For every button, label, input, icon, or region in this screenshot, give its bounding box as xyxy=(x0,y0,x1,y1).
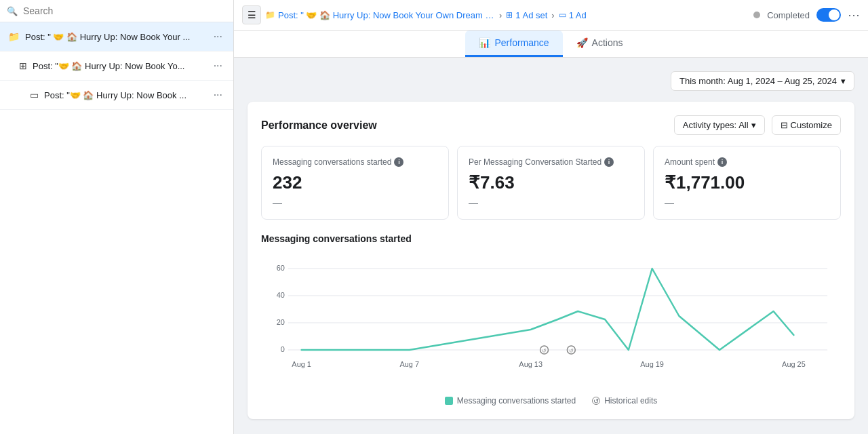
metric-value-amount-spent: ₹1,771.00 xyxy=(665,172,829,193)
info-icon-amount-spent: i xyxy=(717,157,727,167)
sidebar-toggle-button[interactable]: ☰ xyxy=(242,5,261,24)
chart-container: 60 40 20 0 Aug 1 Aug 7 Aug 13 Aug 19 Aug… xyxy=(261,255,841,391)
svg-text:Aug 19: Aug 19 xyxy=(640,360,664,368)
tab-label-performance: Performance xyxy=(494,37,549,48)
svg-text:Aug 25: Aug 25 xyxy=(782,360,806,368)
customize-button[interactable]: ⊟ Customize xyxy=(772,115,841,135)
legend-item-historical: ↺Historical edits xyxy=(592,396,657,406)
overview-card: Performance overview Activity types: All… xyxy=(248,102,854,419)
info-icon-conversations: i xyxy=(394,157,403,167)
overview-header: Performance overview Activity types: All… xyxy=(261,115,841,135)
svg-text:↺: ↺ xyxy=(542,348,547,354)
legend-item-main: Messaging conversations started xyxy=(445,396,576,406)
legend-dot-historical: ↺ xyxy=(592,397,600,405)
sidebar-item-more-0[interactable]: ··· xyxy=(211,29,225,44)
date-picker-label: This month: Aug 1, 2024 – Aug 25, 2024 xyxy=(679,76,837,86)
metric-value-per-conversation: ₹7.63 xyxy=(469,172,633,193)
metric-dash-conversations: — xyxy=(273,197,437,208)
sidebar-item-label-2: Post: "🤝 🏠 Hurry Up: Now Book ... xyxy=(44,90,205,100)
activity-types-label: Activity types: All xyxy=(683,120,749,130)
status-dot xyxy=(753,12,760,18)
metric-card-per-conversation: Per Messaging Conversation Started i₹7.6… xyxy=(457,146,645,220)
more-options-button[interactable]: ⋯ xyxy=(848,7,860,22)
toggle-knob xyxy=(829,9,840,20)
chart-svg: 60 40 20 0 Aug 1 Aug 7 Aug 13 Aug 19 Aug… xyxy=(261,255,841,377)
legend-label-historical: Historical edits xyxy=(604,396,657,406)
metric-card-amount-spent: Amount spent i₹1,771.00— xyxy=(653,146,841,220)
sidebar-item-icon-2: ▭ xyxy=(30,90,39,100)
search-input[interactable] xyxy=(23,5,226,16)
metric-label-conversations: Messaging conversations started i xyxy=(273,157,437,167)
content-area: This month: Aug 1, 2024 – Aug 25, 2024 ▾… xyxy=(234,58,868,434)
legend-dot-main xyxy=(445,397,453,405)
chart-title: Messaging conversations started xyxy=(261,233,841,244)
date-picker-button[interactable]: This month: Aug 1, 2024 – Aug 25, 2024 ▾ xyxy=(671,71,854,91)
breadcrumb-campaign[interactable]: 📁 Post: " 🤝 🏠 Hurry Up: Now Book Your Ow… xyxy=(265,10,495,20)
info-icon-per-conversation: i xyxy=(604,157,614,167)
chart-section: Messaging conversations started 60 40 20… xyxy=(261,233,841,406)
sidebar-item-more-1[interactable]: ··· xyxy=(211,58,225,73)
svg-text:0: 0 xyxy=(281,345,285,353)
metric-value-conversations: 232 xyxy=(273,172,437,193)
sidebar-item-item-3[interactable]: ▭Post: "🤝 🏠 Hurry Up: Now Book ...··· xyxy=(0,81,233,110)
metric-dash-amount-spent: — xyxy=(665,197,829,208)
breadcrumb-sep-2: › xyxy=(551,10,554,20)
metrics-row: Messaging conversations started i232—Per… xyxy=(261,146,841,220)
sidebar-item-label-0: Post: " 🤝 🏠 Hurry Up: Now Book Your ... xyxy=(25,32,205,42)
sidebar-item-label-1: Post: "🤝 🏠 Hurry Up: Now Book Yo... xyxy=(33,61,205,71)
breadcrumb: 📁 Post: " 🤝 🏠 Hurry Up: Now Book Your Ow… xyxy=(265,10,749,20)
ad-icon: ▭ xyxy=(559,10,566,20)
metric-card-conversations: Messaging conversations started i232— xyxy=(261,146,449,220)
status-toggle[interactable] xyxy=(816,8,841,22)
sidebar-item-icon-0: 📁 xyxy=(8,31,20,42)
main-panel: ☰ 📁 Post: " 🤝 🏠 Hurry Up: Now Book Your … xyxy=(234,0,868,434)
svg-text:60: 60 xyxy=(277,264,285,272)
topbar: ☰ 📁 Post: " 🤝 🏠 Hurry Up: Now Book Your … xyxy=(234,0,868,31)
tab-icon-performance: 📊 xyxy=(479,37,490,48)
svg-text:Aug 7: Aug 7 xyxy=(399,360,419,368)
sidebar-item-item-2[interactable]: ⊞Post: "🤝 🏠 Hurry Up: Now Book Yo...··· xyxy=(0,52,233,81)
search-bar: 🔍 xyxy=(0,0,233,22)
metric-dash-per-conversation: — xyxy=(469,197,633,208)
tab-actions[interactable]: 🚀Actions xyxy=(563,31,637,57)
metric-label-amount-spent: Amount spent i xyxy=(665,157,829,167)
breadcrumb-sep-1: › xyxy=(499,10,502,20)
customize-label: Customize xyxy=(791,120,832,130)
tab-icon-actions: 🚀 xyxy=(576,37,588,48)
nav-tabs: 📊Performance🚀Actions xyxy=(234,31,868,58)
svg-text:20: 20 xyxy=(277,318,285,326)
status-label: Completed xyxy=(767,10,810,20)
sidebar: 🔍 📁Post: " 🤝 🏠 Hurry Up: Now Book Your .… xyxy=(0,0,234,434)
campaign-icon: 📁 xyxy=(265,10,275,20)
customize-icon: ⊟ xyxy=(781,120,788,130)
svg-text:Aug 13: Aug 13 xyxy=(519,360,542,368)
tab-label-actions: Actions xyxy=(592,37,623,48)
svg-text:Aug 1: Aug 1 xyxy=(292,360,311,368)
chart-legend: Messaging conversations started↺Historic… xyxy=(261,396,841,406)
date-row: This month: Aug 1, 2024 – Aug 25, 2024 ▾ xyxy=(248,71,854,91)
overview-title: Performance overview xyxy=(261,119,377,132)
legend-label-main: Messaging conversations started xyxy=(457,396,576,406)
sidebar-item-more-2[interactable]: ··· xyxy=(211,87,225,102)
breadcrumb-ad[interactable]: ▭ 1 Ad xyxy=(559,10,587,20)
topbar-right: Completed ⋯ xyxy=(753,7,860,22)
breadcrumb-adset[interactable]: ⊞ 1 Ad set xyxy=(506,10,547,20)
sidebar-item-item-1[interactable]: 📁Post: " 🤝 🏠 Hurry Up: Now Book Your ...… xyxy=(0,22,233,52)
adset-icon: ⊞ xyxy=(506,10,513,20)
chevron-down-icon: ▾ xyxy=(751,120,756,130)
svg-text:40: 40 xyxy=(277,291,285,299)
chevron-down-icon: ▾ xyxy=(841,76,846,86)
sidebar-items: 📁Post: " 🤝 🏠 Hurry Up: Now Book Your ...… xyxy=(0,22,233,434)
overview-controls: Activity types: All ▾ ⊟ Customize xyxy=(674,115,841,135)
sidebar-item-icon-1: ⊞ xyxy=(19,60,27,71)
metric-label-per-conversation: Per Messaging Conversation Started i xyxy=(469,157,633,167)
svg-text:↺: ↺ xyxy=(569,348,574,354)
search-icon: 🔍 xyxy=(7,6,18,16)
tab-performance[interactable]: 📊Performance xyxy=(465,31,562,57)
activity-types-button[interactable]: Activity types: All ▾ xyxy=(674,115,765,135)
